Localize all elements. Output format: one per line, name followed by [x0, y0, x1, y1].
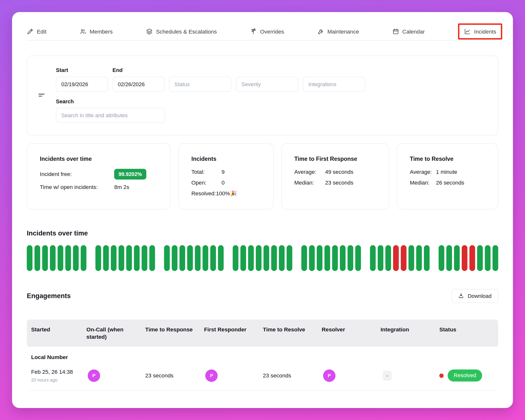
- incident-free-bar: [485, 245, 491, 271]
- open-time-label: Time w/ open incidents:: [40, 184, 114, 190]
- search-input[interactable]: [56, 108, 165, 123]
- average-label: Average:: [294, 169, 325, 175]
- incident-bars: [27, 245, 498, 271]
- started-timestamp: Feb 25, 26 14:38: [31, 369, 86, 375]
- table-row[interactable]: Feb 25, 26 14:38 20 hours ago P 23 secon…: [27, 362, 498, 390]
- tab-label: Overrides: [260, 28, 284, 35]
- incident-free-bar: [95, 245, 101, 271]
- first-responder-avatar[interactable]: P: [205, 369, 218, 382]
- incident-free-bar: [271, 245, 277, 271]
- filter-icon: [27, 67, 56, 123]
- incident-free-bar: [378, 245, 383, 271]
- bar-group: [301, 245, 361, 271]
- tab-label: Incidents: [474, 28, 496, 35]
- table-header-row: Started On-Call (when started) Time to R…: [27, 320, 498, 347]
- pencil-icon: [27, 28, 33, 35]
- incident-free-bar: [42, 245, 48, 271]
- filter-panel: Start End Search: [27, 56, 498, 135]
- incident-free-bar: [263, 245, 269, 271]
- incident-bar: [469, 245, 475, 271]
- open-label: Open:: [191, 180, 221, 186]
- stat-title: Time to Resolve: [410, 156, 490, 162]
- calendar-icon: [392, 28, 399, 35]
- download-label: Download: [468, 293, 491, 299]
- filter-row: Start End: [56, 67, 490, 92]
- total-value: 9: [221, 169, 225, 175]
- incident-free-bar: [409, 245, 414, 271]
- bar-group: [233, 245, 292, 271]
- incident-free-bar: [233, 245, 238, 271]
- stat-title: Incidents: [191, 156, 265, 162]
- col-header-oncall: On-Call (when started): [86, 326, 145, 340]
- page-background: Edit Members Schedules & Escalations Ove…: [0, 0, 525, 420]
- stat-card-time-to-resolve: Time to Resolve Average: 1 minute Median…: [397, 143, 498, 210]
- start-date-input[interactable]: [56, 77, 108, 92]
- users-icon: [80, 28, 86, 35]
- incident-free-bar: [50, 245, 56, 271]
- incident-free-bar: [180, 245, 185, 271]
- median-label: Median:: [294, 180, 325, 186]
- incident-free-bar: [256, 245, 262, 271]
- col-header-resolver: Resolver: [322, 326, 380, 333]
- tab-label: Schedules & Escalations: [156, 28, 217, 35]
- tab-maintenance[interactable]: Maintenance: [317, 28, 359, 35]
- tab-overrides[interactable]: Overrides: [250, 28, 284, 35]
- status-filter[interactable]: [169, 77, 231, 92]
- incident-free-bar: [424, 245, 430, 271]
- severity-filter[interactable]: [236, 77, 298, 92]
- tab-schedules-escalations[interactable]: Schedules & Escalations: [146, 28, 217, 35]
- end-date-field: End: [113, 67, 164, 92]
- incident-free-bar: [134, 245, 139, 271]
- incident-bar: [393, 245, 399, 271]
- integrations-filter[interactable]: [303, 77, 365, 92]
- incident-free-bar: [332, 245, 338, 271]
- incident-free-bar: [73, 245, 79, 271]
- incident-free-bar: [118, 245, 124, 271]
- incident-free-bar: [142, 245, 147, 271]
- average-label: Average:: [410, 169, 436, 175]
- incident-free-bar: [172, 245, 177, 271]
- tab-bar: Edit Members Schedules & Escalations Ove…: [27, 12, 498, 40]
- incident-free-bar: [385, 245, 391, 271]
- end-date-input[interactable]: [113, 77, 164, 92]
- open-value: 0: [221, 180, 225, 186]
- bar-group: [370, 245, 430, 271]
- incident-free-bar: [439, 245, 444, 271]
- stat-title: Incidents over time: [40, 156, 162, 162]
- bar-group: [164, 245, 224, 271]
- wrench-icon: [317, 28, 324, 35]
- status-dot-icon: [439, 373, 444, 378]
- tab-calendar[interactable]: Calendar: [392, 28, 425, 35]
- incident-free-bar: [248, 245, 254, 271]
- median-value: 26 seconds: [436, 180, 464, 186]
- incident-free-bar: [370, 245, 376, 271]
- tab-incidents[interactable]: Incidents: [458, 23, 502, 40]
- resolver-avatar[interactable]: P: [323, 369, 336, 382]
- incident-free-bar: [210, 245, 216, 271]
- integration-cell: -: [381, 371, 439, 380]
- download-button[interactable]: Download: [451, 289, 498, 303]
- incident-bar: [462, 245, 467, 271]
- engagements-header: Engagements Download: [27, 289, 498, 303]
- tab-members[interactable]: Members: [80, 28, 113, 35]
- tab-edit[interactable]: Edit: [27, 28, 46, 35]
- total-label: Total:: [191, 169, 221, 175]
- incident-free-bar: [218, 245, 224, 271]
- palm-tree-icon: [250, 28, 257, 35]
- tab-label: Calendar: [402, 28, 425, 35]
- chart-line-icon: [464, 28, 471, 35]
- incident-free-badge: 99.9202%: [114, 169, 146, 179]
- incident-free-bar: [287, 245, 292, 271]
- median-value: 23 seconds: [325, 180, 354, 186]
- time-to-resolve-cell: 23 seconds: [263, 372, 322, 379]
- bar-group: [27, 245, 86, 271]
- bar-group: [95, 245, 155, 271]
- bar-group: [439, 245, 498, 271]
- incident-free-bar: [309, 245, 315, 271]
- incident-free-bar: [57, 245, 63, 271]
- incident-free-bar: [149, 245, 155, 271]
- incident-free-bar: [492, 245, 498, 271]
- col-header-status: Status: [439, 326, 498, 333]
- download-icon: [458, 292, 464, 300]
- oncall-avatar[interactable]: P: [88, 369, 100, 382]
